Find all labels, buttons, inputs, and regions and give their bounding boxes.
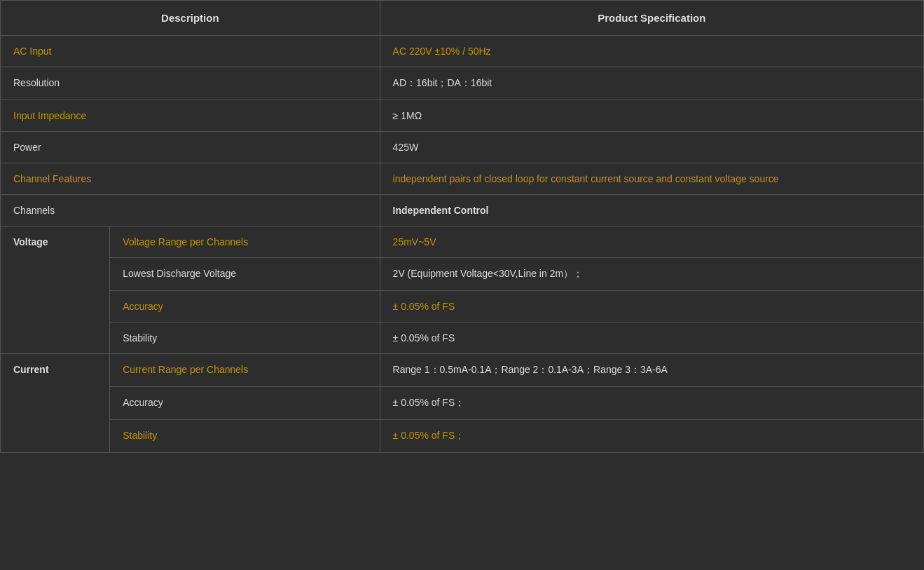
header-description: Description xyxy=(1,1,380,36)
spec-table: Description Product Specification AC Inp… xyxy=(0,0,924,453)
spec-value: 425W xyxy=(393,142,911,153)
sub-label-cell: Accuracy xyxy=(110,291,380,323)
spec-value: AD：16bit；DA：16bit xyxy=(393,77,911,90)
spec-cell: 425W xyxy=(380,132,923,163)
spec-value: Independent Control xyxy=(393,205,911,216)
spec-cell: AC 220V ±10% / 50Hz xyxy=(380,36,923,67)
desc-cell: Resolution xyxy=(1,67,380,100)
sub-label-cell: Accuracy xyxy=(110,387,380,420)
header-product-spec: Product Specification xyxy=(380,1,923,36)
spec-value: AC 220V ±10% / 50Hz xyxy=(393,46,911,57)
desc-cell: Channel Features xyxy=(1,163,380,195)
spec-cell: independent pairs of closed loop for con… xyxy=(380,163,923,195)
desc-label: Channels xyxy=(13,205,55,216)
spec-value: ≥ 1MΩ xyxy=(393,110,911,121)
desc-cell: Input Impedance xyxy=(1,100,380,132)
spec-cell: ± 0.05% of FS xyxy=(380,291,923,323)
sub-label-cell: Current Range per Channels xyxy=(110,354,380,387)
desc-cell: Power xyxy=(1,132,380,163)
spec-value: independent pairs of closed loop for con… xyxy=(393,173,911,184)
section-main-label: Voltage xyxy=(1,226,110,354)
desc-label: Resolution xyxy=(13,77,60,88)
desc-label: Power xyxy=(13,142,41,153)
section-main-label: Current xyxy=(1,354,110,453)
desc-cell: Channels xyxy=(1,195,380,226)
desc-cell: AC Input xyxy=(1,36,380,67)
desc-label: Channel Features xyxy=(13,173,91,184)
spec-cell: ± 0.05% of FS； xyxy=(380,420,923,453)
spec-cell: AD：16bit；DA：16bit xyxy=(380,67,923,100)
spec-cell: ± 0.05% of FS； xyxy=(380,387,923,420)
sub-label-cell: Voltage Range per Channels xyxy=(110,226,380,258)
spec-cell: Range 1：0.5mA-0.1A；Range 2：0.1A-3A；Range… xyxy=(380,354,923,387)
spec-cell: 25mV~5V xyxy=(380,226,923,258)
sub-label-cell: Stability xyxy=(110,420,380,453)
desc-label: AC Input xyxy=(13,46,51,57)
spec-cell: 2V (Equipment Voltage<30V,Line in 2m）； xyxy=(380,258,923,291)
desc-label: Input Impedance xyxy=(13,110,86,121)
sub-label-cell: Stability xyxy=(110,323,380,354)
sub-label-cell: Lowest Discharge Voltage xyxy=(110,258,380,291)
spec-cell: ± 0.05% of FS xyxy=(380,323,923,354)
spec-cell: ≥ 1MΩ xyxy=(380,100,923,132)
spec-cell: Independent Control xyxy=(380,195,923,226)
